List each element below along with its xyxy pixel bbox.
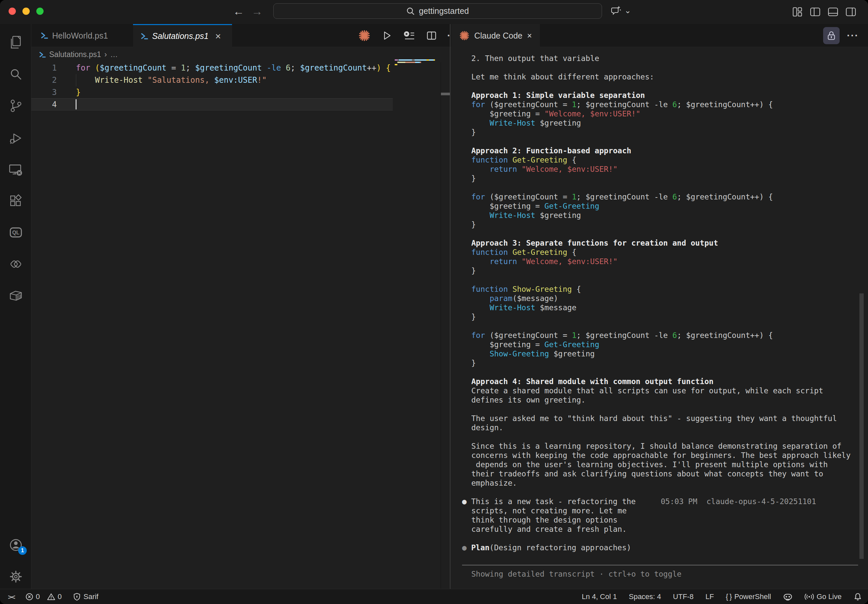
panel-scrollbar[interactable] [859,294,864,559]
transcript-line: for ($greetingCount = 1; $greetingCount … [471,192,862,201]
notifications-status[interactable] [854,592,862,601]
transcript-line: Approach 4: Shared module with common ou… [471,377,862,386]
links-icon[interactable] [0,253,31,275]
remote-indicator-icon: >< [8,593,14,601]
run-icon[interactable] [381,30,392,42]
codeql-icon[interactable]: QL [0,222,31,243]
minimap[interactable] [393,62,440,589]
language-mode-status[interactable]: { } PowerShell [726,592,771,601]
line-number: 3 [31,87,57,99]
transcript-line: } [471,312,862,321]
minimap-line [397,62,421,63]
transcript[interactable]: 2. Then output that variableLet me think… [471,54,862,552]
transcript-line: Show-Greeting $greeting [471,349,862,358]
close-window-button[interactable] [9,8,16,15]
customize-layout-icon[interactable] [792,6,803,17]
zoom-window-button[interactable] [36,8,43,15]
transcript-line: Let me think about different approaches: [471,72,862,82]
editor[interactable]: 1 2 3 4 for ($greetingCount = 1; $greeti… [31,62,450,589]
run-debug-icon[interactable] [0,128,31,149]
transcript-line: return "Welcome, $env:USER!" [471,165,862,174]
transcript-line [471,488,862,497]
broadcast-icon [804,593,814,601]
breadcrumb-more[interactable]: … [110,50,118,59]
extensions-icon[interactable] [0,190,31,212]
copilot-icon [783,592,793,601]
transcript-line: Approach 3: Separate functions for creat… [471,238,862,247]
transcript-line: ● Plan(Design refactoring approaches) [462,543,862,552]
transcript-line [471,137,862,146]
tab-claude-code[interactable]: Claude Code × [451,24,540,47]
line-number: 2 [31,74,57,87]
transcript-line: function Show-Greeting { [471,284,862,294]
tab-label: HelloWorld.ps1 [52,31,108,40]
breadcrumb[interactable]: Salutations.ps1 › … [31,47,450,62]
remote-indicator[interactable]: >< [8,593,14,601]
command-center-search[interactable]: gettingstarted [273,3,602,19]
tab-salutations[interactable]: Salutations.ps1 × [133,24,232,47]
close-tab-icon[interactable]: × [527,31,532,40]
copilot-chat-icon [610,5,622,17]
explorer-icon[interactable] [0,32,31,53]
run-with-list-icon[interactable] [402,30,415,42]
account-icon[interactable]: 1 [0,534,31,556]
forward-arrow[interactable]: → [251,4,263,19]
encoding-label: UTF-8 [673,592,693,601]
line-number-gutter: 1 2 3 4 [31,62,57,111]
cursor-position-status[interactable]: Ln 4, Col 1 [582,592,617,601]
source-control-icon[interactable] [0,95,31,116]
transcript-line [471,183,862,192]
code-line: Write-Host "Salutations, $env:USER!" [76,74,391,87]
toggle-secondary-sidebar-icon[interactable] [846,6,856,17]
transcript-line: for ($greetingCount = 1; $greetingCount … [471,100,862,109]
transcript-line: function Get-Greeting { [471,155,862,165]
remote-explorer-icon[interactable] [0,159,31,180]
back-arrow[interactable]: ← [233,4,244,19]
line-number-active: 4 [31,99,57,111]
transcript-line: Write-Host $greeting [471,118,862,128]
problems-status[interactable]: 0 0 [25,592,62,601]
transcript-line [471,229,862,238]
indentation-status[interactable]: Spaces: 4 [629,592,661,601]
transcript-line: ● This is a new task - refactoring the05… [462,497,862,506]
overview-ruler[interactable] [440,62,450,589]
claude-icon[interactable] [358,29,370,42]
transcript-line: $greeting = "Welcome, $env:USER!" [471,109,862,118]
code-line: } [76,87,391,99]
error-count: 0 [36,592,40,601]
transcript-line [471,275,862,284]
go-live-status[interactable]: Go Live [804,592,842,601]
search-icon[interactable] [0,64,31,85]
minimize-window-button[interactable] [22,8,30,15]
transcript-line: scripts, not creating more. Let me [471,506,862,515]
close-tab-icon[interactable]: × [215,31,221,42]
more-actions-icon[interactable]: ··· [847,30,859,41]
toggle-primary-sidebar-icon[interactable] [810,6,820,17]
sarif-status[interactable]: Sarif [73,592,98,601]
eol-status[interactable]: LF [705,592,714,601]
settings-gear-icon[interactable] [0,566,31,587]
breadcrumb-file[interactable]: Salutations.ps1 [49,50,101,59]
copilot-chat-button[interactable]: ⌄ [610,5,631,17]
transcript-line: concerns with keeping the code approacha… [471,451,862,460]
transcript-line: Approach 2: Function-based approach [471,146,862,155]
containers-icon[interactable] [0,285,31,306]
transcript-line: Approach 1: Simple variable separation [471,91,862,100]
minimap-line [395,59,435,61]
transcript-line [471,368,862,377]
transcript-line: depends on the user's learning objective… [471,460,862,469]
transcript-line: Write-Host $message [471,303,862,312]
transcript-line: their tradeoffs and ask clarifying quest… [471,469,862,478]
code-area[interactable]: for ($greetingCount = 1; $greetingCount … [76,62,391,111]
transcript-line: param($message) [471,294,862,303]
encoding-status[interactable]: UTF-8 [673,592,693,601]
copilot-status[interactable] [783,592,793,601]
chevron-down-icon: ⌄ [625,6,631,15]
transcript-line: design. [471,423,862,432]
transcript-line [471,63,862,72]
split-editor-icon[interactable] [425,30,437,42]
tab-helloworld[interactable]: HelloWorld.ps1 [33,24,133,47]
toggle-panel-icon[interactable] [828,6,838,17]
eol-label: LF [705,592,714,601]
lock-button[interactable] [823,27,840,44]
